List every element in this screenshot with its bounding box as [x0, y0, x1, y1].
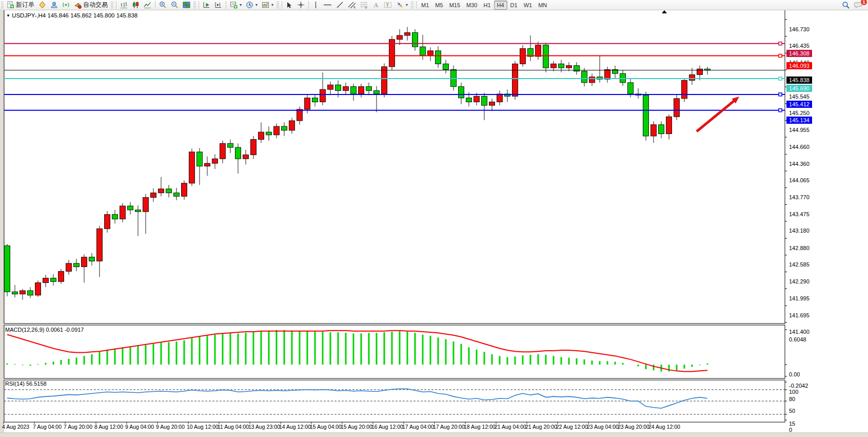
candle-body	[197, 152, 203, 166]
price-tick-label: 144.065	[789, 177, 810, 183]
vertical-line-tool-button[interactable]	[310, 0, 321, 10]
timeframe-button-w1[interactable]: W1	[521, 1, 536, 10]
autotrading-button[interactable]: 自动交易	[72, 0, 110, 10]
timeframe-button-m15[interactable]: M15	[446, 1, 463, 10]
templates-button[interactable]: ▾	[260, 0, 275, 10]
periods-button[interactable]: ▾	[244, 0, 260, 10]
toolbar-grip[interactable]	[1, 2, 4, 9]
toolbar-grip[interactable]	[193, 2, 196, 9]
level-price-badge: 146.093	[786, 62, 812, 69]
channel-tool-button[interactable]: E	[346, 0, 358, 10]
bar-chart-mode-button[interactable]	[118, 0, 130, 10]
candle-body	[182, 183, 187, 196]
candle-body	[274, 126, 280, 135]
horizontal-line-tool-button[interactable]	[321, 0, 334, 10]
dropdown-caret: ▾	[406, 3, 408, 7]
candle-body	[328, 85, 333, 89]
fibonacci-icon: F	[360, 1, 368, 9]
timeframe-button-h4[interactable]: H4	[494, 1, 507, 10]
candle-body	[105, 215, 110, 229]
rsi-tick-label: 0	[789, 427, 792, 433]
candle-body	[536, 45, 541, 56]
timeframe-button-m5[interactable]: M5	[432, 1, 446, 10]
candle-body	[405, 32, 410, 35]
crosshair-tool-button[interactable]	[295, 0, 307, 10]
notifications-button[interactable]: 1	[852, 0, 865, 10]
chart-title: ▼ USDJPY-,H4 145.846 145.862 145.800 145…	[6, 12, 137, 18]
zoom-out-button[interactable]	[169, 0, 181, 10]
new-order-label: 新订单	[16, 1, 34, 9]
level-drag-handle[interactable]	[779, 54, 782, 58]
time-axis-label: 21 Aug 20:00	[525, 424, 557, 430]
timeframe-button-h1[interactable]: H1	[480, 1, 494, 10]
price-tick-label: 145.250	[789, 110, 810, 116]
price-tick-label: 145.545	[789, 93, 810, 100]
horizontal-line-icon	[323, 1, 332, 9]
new-order-button[interactable]: 新订单	[5, 0, 36, 10]
timeframe-button-mn[interactable]: MN	[535, 1, 550, 10]
rsi-line	[7, 389, 707, 408]
level-drag-handle[interactable]	[779, 77, 782, 80]
candle-body	[566, 66, 572, 68]
toolbar-grip[interactable]	[411, 2, 413, 9]
candle-body	[189, 152, 195, 183]
candle-body	[305, 98, 310, 109]
metaeditor-button[interactable]	[36, 0, 48, 10]
text-label-tool-button[interactable]: T	[382, 0, 394, 10]
candle-body	[366, 87, 372, 91]
annotation-arrow[interactable]	[697, 100, 735, 131]
timeframe-button-d1[interactable]: D1	[507, 1, 521, 10]
candle-body	[28, 291, 33, 295]
cursor-icon	[286, 2, 293, 9]
level-drag-handle[interactable]	[779, 93, 782, 96]
candle-body	[459, 87, 464, 98]
auto-scroll-button[interactable]	[201, 0, 212, 10]
time-axis-label: 14 Aug 12:00	[279, 424, 311, 430]
timeframe-button-m30[interactable]: M30	[463, 1, 480, 10]
timeframe-button-m1[interactable]: M1	[418, 1, 432, 10]
community-button[interactable]	[48, 0, 60, 10]
chart-dropdown-icon[interactable]: ▼	[6, 13, 10, 18]
level-drag-handle[interactable]	[779, 42, 782, 45]
zoom-in-button[interactable]	[157, 0, 169, 10]
level-drag-handle[interactable]	[779, 109, 782, 112]
crosshair-icon	[297, 1, 305, 9]
fibonacci-tool-button[interactable]: F	[358, 0, 370, 10]
candle-body	[166, 189, 172, 193]
text-tool-button[interactable]: A	[370, 0, 382, 10]
toolbar-grip[interactable]	[277, 2, 279, 9]
candle-body	[666, 117, 672, 134]
candle-body	[551, 64, 557, 68]
line-chart-icon	[144, 1, 151, 9]
candle-body	[320, 89, 326, 102]
candle-body	[135, 210, 141, 212]
search-icon	[842, 1, 850, 9]
news-button[interactable]	[60, 0, 72, 10]
rsi-tick-label: 80	[789, 396, 795, 402]
trendline-tool-button[interactable]	[334, 0, 346, 10]
candle-body	[266, 132, 272, 135]
rsi-panel-frame	[4, 380, 785, 422]
price-tick-label: 142.880	[789, 245, 810, 251]
trendline-icon	[336, 1, 344, 9]
search-button[interactable]	[840, 0, 852, 10]
new-chart-button[interactable]: ▾	[228, 0, 244, 10]
time-axis-label: 7 Aug 20:00	[64, 424, 92, 430]
time-axis-label: 15 Aug 04:00	[310, 424, 342, 430]
time-axis-label: 23 Aug 20:00	[618, 424, 649, 430]
chart-shift-button[interactable]	[212, 0, 224, 10]
line-chart-mode-button[interactable]	[142, 0, 153, 10]
candle-body	[58, 271, 64, 281]
candlestick-mode-button[interactable]	[130, 0, 142, 10]
chart-plot[interactable]	[0, 10, 868, 437]
time-axis-label: 9 Aug 04:00	[125, 424, 154, 430]
tile-windows-button[interactable]	[181, 0, 192, 10]
price-tick-label: 143.475	[789, 211, 810, 217]
arrows-tool-button[interactable]: ▾	[394, 0, 410, 10]
svg-text:E: E	[353, 6, 356, 9]
news-icon	[62, 1, 70, 9]
vertical-line-icon	[312, 1, 319, 9]
cursor-tool-button[interactable]	[284, 0, 295, 10]
chart-shift-marker[interactable]	[662, 10, 667, 13]
toolbar-grip[interactable]	[111, 2, 113, 9]
